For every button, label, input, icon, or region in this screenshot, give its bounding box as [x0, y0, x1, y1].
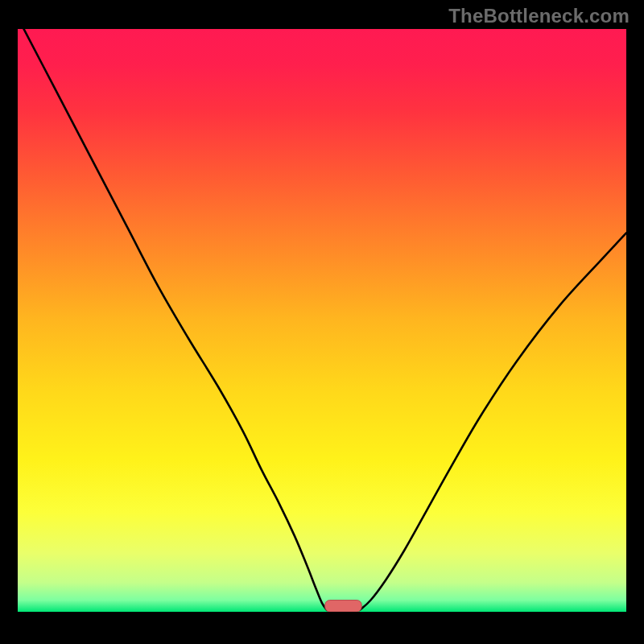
bottleneck-curve-chart: [0, 0, 644, 644]
plot-area: [18, 29, 626, 612]
optimum-marker: [325, 601, 361, 612]
chart-stage: TheBottleneck.com: [0, 0, 644, 644]
